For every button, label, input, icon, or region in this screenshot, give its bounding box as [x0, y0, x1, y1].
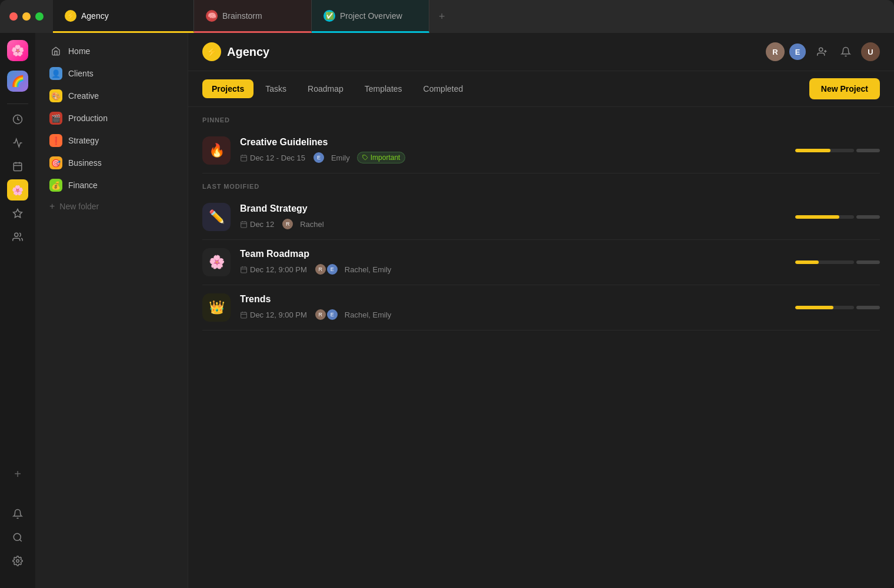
new-folder-plus-icon: +	[49, 201, 55, 212]
project-item-team-roadmap[interactable]: 🌸 Team Roadmap Dec 12, 9:00 PM R	[202, 240, 880, 285]
tab-project-overview[interactable]: ✅ Project Overview	[312, 0, 429, 33]
home-icon	[49, 45, 62, 58]
agency-tab-icon: ⚡	[65, 10, 76, 22]
brand-strategy-name: Brand Strategy	[240, 203, 786, 214]
team-roadmap-icon: 🌸	[202, 248, 231, 276]
team-roadmap-assignees-label: Rachel, Emily	[345, 265, 391, 274]
add-tab-button[interactable]: +	[429, 0, 455, 33]
minimize-button[interactable]	[22, 12, 31, 21]
trends-date: Dec 12, 9:00 PM	[240, 310, 307, 319]
svg-rect-18	[241, 222, 247, 228]
project-item-brand-strategy[interactable]: ✏️ Brand Strategy Dec 12 R	[202, 195, 880, 240]
brand-strategy-progress2	[856, 215, 880, 219]
avatar-user[interactable]: U	[861, 42, 880, 61]
flower-nav-icon[interactable]: 🌸	[7, 179, 28, 201]
team-roadmap-progress	[795, 260, 854, 264]
business-icon: 🎯	[49, 156, 62, 169]
emily-avatar-t: E	[326, 308, 339, 321]
sidebar-item-business-label: Business	[68, 158, 102, 168]
chart-icon[interactable]	[7, 132, 28, 153]
creative-guidelines-date: Dec 12 - Dec 15	[240, 153, 305, 162]
sidebar-item-finance-label: Finance	[68, 181, 98, 190]
star-icon[interactable]	[7, 203, 28, 224]
team-roadmap-assignees: R E Rachel, Emily	[314, 263, 391, 276]
content-title-icon: ⚡	[202, 42, 221, 61]
emily-label: Emily	[331, 153, 350, 162]
sidebar-item-production[interactable]: 🎬 Production	[40, 107, 183, 129]
team-roadmap-date-text: Dec 12, 9:00 PM	[250, 265, 307, 274]
team-roadmap-meta: Dec 12, 9:00 PM R E Rachel, Emily	[240, 263, 786, 276]
rainbow-app-icon[interactable]: 🌈	[7, 71, 28, 92]
project-item-creative-guidelines[interactable]: 🔥 Creative Guidelines Dec 12 - Dec 15	[202, 128, 880, 173]
tab-templates[interactable]: Templates	[355, 79, 412, 98]
creative-guidelines-progress2	[856, 149, 880, 152]
team-roadmap-progress2	[856, 260, 880, 264]
trends-meta: Dec 12, 9:00 PM R E Rachel, Emily	[240, 308, 786, 321]
team-roadmap-name: Team Roadmap	[240, 249, 786, 259]
svg-point-9	[16, 560, 19, 563]
content-title-text: Agency	[227, 45, 269, 59]
content-header: ⚡ Agency R E U	[188, 33, 894, 71]
maximize-button[interactable]	[35, 12, 44, 21]
trends-icon: 👑	[202, 293, 231, 322]
svg-point-6	[15, 233, 18, 236]
new-project-button[interactable]: New Project	[809, 78, 880, 99]
avatar-emily[interactable]: E	[788, 42, 807, 61]
agency-tab-label: Agency	[81, 11, 109, 21]
svg-line-8	[19, 539, 21, 541]
tab-tasks[interactable]: Tasks	[256, 79, 296, 98]
last-modified-section-label: LAST MODIFIED	[202, 183, 880, 190]
creative-guidelines-assignee: E Emily	[312, 151, 350, 164]
sidebar-item-business[interactable]: 🎯 Business	[40, 152, 183, 174]
production-icon: 🎬	[49, 112, 62, 125]
tab-brainstorm[interactable]: 🧠 Brainstorm	[194, 0, 312, 33]
trends-name: Trends	[240, 294, 786, 305]
creative-icon: 🎨	[49, 89, 62, 102]
svg-rect-22	[241, 267, 247, 273]
brand-strategy-date: Dec 12	[240, 220, 274, 229]
emily-avatar: E	[312, 151, 325, 164]
creative-guidelines-progress-bar	[795, 149, 830, 152]
window-controls	[0, 0, 53, 33]
settings-icon[interactable]	[7, 550, 28, 572]
calendar-icon[interactable]	[7, 156, 28, 177]
sidebar-item-clients[interactable]: 👤 Clients	[40, 62, 183, 85]
rachel-label-bs: Rachel	[300, 220, 323, 229]
rachel-avatar-tr: R	[314, 263, 327, 276]
content-nav-tabs: Projects Tasks Roadmap Templates Complet…	[188, 71, 894, 107]
title-bar: ⚡ Agency 🧠 Brainstorm ✅ Project Overview…	[0, 0, 894, 33]
creative-guidelines-name: Creative Guidelines	[240, 137, 786, 148]
tab-roadmap[interactable]: Roadmap	[298, 79, 353, 98]
sidebar-item-home[interactable]: Home	[40, 40, 183, 62]
tab-agency[interactable]: ⚡ Agency	[53, 0, 194, 33]
notification-icon[interactable]	[7, 503, 28, 524]
avatar-rachel[interactable]: R	[766, 42, 785, 61]
brand-strategy-progress	[795, 215, 854, 219]
sidebar-item-creative[interactable]: 🎨 Creative	[40, 85, 183, 107]
clients-icon: 👤	[49, 67, 62, 80]
tab-projects[interactable]: Projects	[202, 79, 253, 98]
add-workspace-button[interactable]: +	[7, 463, 28, 485]
new-folder-button[interactable]: + New folder	[40, 196, 183, 216]
recent-icon[interactable]	[7, 109, 28, 130]
header-notification-icon[interactable]	[838, 44, 854, 60]
trends-progress2	[856, 306, 880, 309]
icon-sidebar: 🌸 🌈 🌸	[0, 33, 35, 588]
svg-point-10	[819, 48, 823, 51]
sidebar-item-finance[interactable]: 💰 Finance	[40, 174, 183, 196]
content-area: ⚡ Agency R E U	[188, 33, 894, 588]
project-item-trends[interactable]: 👑 Trends Dec 12, 9:00 PM R	[202, 285, 880, 330]
flower-app-icon[interactable]: 🌸	[7, 40, 28, 61]
rachel-avatar-bs: R	[281, 218, 294, 230]
invite-member-icon[interactable]	[814, 44, 830, 60]
svg-rect-1	[14, 163, 22, 171]
tab-bar: ⚡ Agency 🧠 Brainstorm ✅ Project Overview…	[53, 0, 894, 33]
trends-assignees: R E Rachel, Emily	[314, 308, 391, 321]
main-content: 🌸 🌈 🌸	[0, 33, 894, 588]
tab-completed[interactable]: Completed	[414, 79, 473, 98]
close-button[interactable]	[9, 12, 18, 21]
trends-assignees-label: Rachel, Emily	[345, 310, 391, 319]
search-icon[interactable]	[7, 527, 28, 548]
sidebar-item-strategy[interactable]: ❗ Strategy	[40, 129, 183, 152]
people-icon[interactable]	[7, 226, 28, 248]
